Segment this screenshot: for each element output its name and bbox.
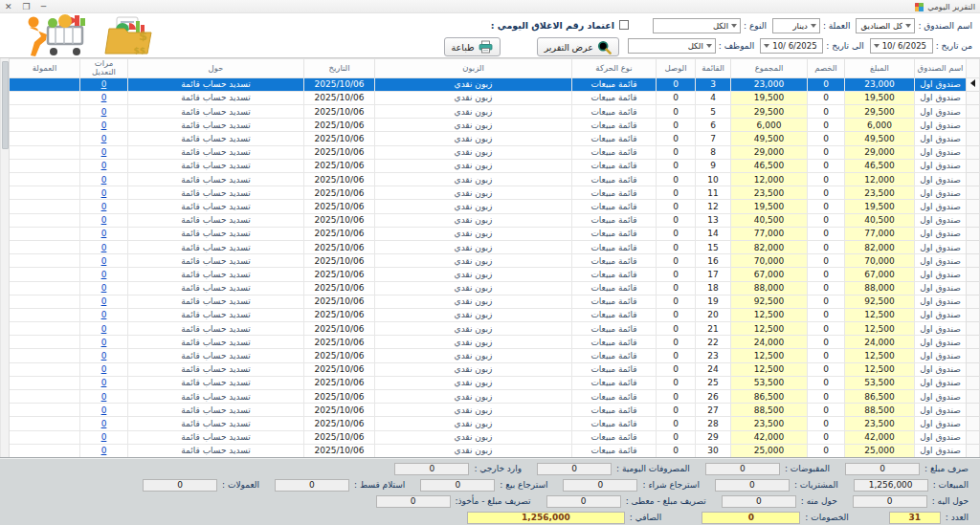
receipt-cell[interactable]: 0 [657, 200, 696, 213]
amount-cell[interactable]: 23,500 [845, 186, 915, 200]
receipt-cell[interactable]: 0 [657, 173, 696, 186]
fund-name-cell[interactable]: صندوق اول [915, 362, 967, 376]
list-no-cell[interactable]: 7 [696, 132, 731, 145]
column-header[interactable]: القائمة [696, 59, 731, 78]
commission-cell[interactable] [10, 91, 80, 104]
edit-count-link[interactable]: 0 [80, 77, 128, 91]
date-cell[interactable]: 2025/10/06 [304, 362, 375, 376]
receipt-cell[interactable]: 0 [657, 145, 696, 159]
row-indicator[interactable] [967, 77, 980, 91]
customer-cell[interactable]: زبون نقدي [375, 77, 572, 91]
list-no-cell[interactable]: 8 [696, 145, 731, 159]
total-cell[interactable]: 53,500 [731, 376, 808, 389]
discount-cell[interactable]: 0 [808, 105, 845, 119]
movement-type-cell[interactable]: قائمة مبيعات [572, 186, 657, 200]
restore-icon[interactable]: ❐ [23, 0, 31, 13]
commission-cell[interactable] [10, 308, 80, 321]
fund-name-cell[interactable]: صندوق اول [915, 91, 967, 104]
about-cell[interactable]: تسديد حساب قائمة [128, 254, 304, 268]
commission-cell[interactable] [10, 119, 80, 132]
commission-cell[interactable] [10, 417, 80, 430]
customer-cell[interactable]: زبون نقدي [375, 186, 572, 200]
commission-cell[interactable] [10, 281, 80, 295]
list-no-cell[interactable]: 18 [696, 281, 731, 295]
movement-type-cell[interactable]: قائمة مبيعات [572, 173, 657, 186]
fund-name-cell[interactable]: صندوق اول [915, 268, 967, 281]
list-no-cell[interactable]: 26 [696, 390, 731, 404]
commission-cell[interactable] [10, 430, 80, 444]
commission-cell[interactable] [10, 173, 80, 186]
edit-count-link[interactable]: 0 [80, 404, 128, 417]
row-indicator[interactable] [967, 132, 980, 145]
table-row[interactable]: صندوق اول40,500040,500130قائمة مبيعاتزبو… [10, 213, 980, 227]
date-cell[interactable]: 2025/10/06 [304, 105, 375, 119]
fund-name-cell[interactable]: صندوق اول [915, 322, 967, 336]
column-header[interactable]: العمولة [10, 59, 80, 78]
from-date-picker[interactable]: 10/ 6/2025 [870, 38, 933, 54]
fund-name-cell[interactable]: صندوق اول [915, 132, 967, 145]
receipt-cell[interactable]: 0 [657, 132, 696, 145]
footer-field-value[interactable]: 0 [715, 479, 790, 492]
about-cell[interactable]: تسديد حساب قائمة [128, 404, 304, 417]
table-row[interactable]: صندوق اول82,000082,000150قائمة مبيعاتزبو… [10, 240, 980, 253]
list-no-cell[interactable]: 9 [696, 159, 731, 172]
list-no-cell[interactable]: 14 [696, 227, 731, 240]
movement-type-cell[interactable]: قائمة مبيعات [572, 77, 657, 91]
fund-name-cell[interactable]: صندوق اول [915, 173, 967, 186]
total-cell[interactable]: 19,500 [731, 91, 808, 104]
amount-cell[interactable]: 23,500 [845, 417, 915, 430]
row-indicator[interactable] [967, 322, 980, 336]
about-cell[interactable]: تسديد حساب قائمة [128, 322, 304, 336]
list-no-cell[interactable]: 23 [696, 349, 731, 362]
discount-cell[interactable]: 0 [808, 336, 845, 349]
receipt-cell[interactable]: 0 [657, 308, 696, 321]
commission-cell[interactable] [10, 404, 80, 417]
commission-cell[interactable] [10, 227, 80, 240]
row-indicator[interactable] [967, 417, 980, 430]
total-cell[interactable]: 40,500 [731, 213, 808, 227]
edit-count-link[interactable]: 0 [80, 119, 128, 132]
commission-cell[interactable] [10, 77, 80, 91]
discount-cell[interactable]: 0 [808, 349, 845, 362]
list-no-cell[interactable]: 16 [696, 254, 731, 268]
receipt-cell[interactable]: 0 [657, 77, 696, 91]
row-indicator[interactable] [967, 105, 980, 119]
fund-name-cell[interactable]: صندوق اول [915, 119, 967, 132]
total-cell[interactable]: 70,000 [731, 254, 808, 268]
movement-type-cell[interactable]: قائمة مبيعات [572, 390, 657, 404]
table-row[interactable]: صندوق اول49,500049,50070قائمة مبيعاتزبون… [10, 132, 980, 145]
commission-cell[interactable] [10, 159, 80, 172]
discount-cell[interactable]: 0 [808, 376, 845, 389]
discount-cell[interactable]: 0 [808, 362, 845, 376]
table-row[interactable]: صندوق اول23,500023,500280قائمة مبيعاتزبو… [10, 417, 980, 430]
close-icon[interactable]: ✕ [5, 0, 12, 13]
fund-name-cell[interactable]: صندوق اول [915, 186, 967, 200]
discount-cell[interactable]: 0 [808, 444, 845, 457]
movement-type-cell[interactable]: قائمة مبيعات [572, 105, 657, 119]
customer-cell[interactable]: زبون نقدي [375, 444, 572, 457]
table-row[interactable]: صندوق اول67,000067,000170قائمة مبيعاتزبو… [10, 268, 980, 281]
customer-cell[interactable]: زبون نقدي [375, 268, 572, 281]
table-row[interactable]: صندوق اول19,500019,500120قائمة مبيعاتزبو… [10, 200, 980, 213]
row-indicator[interactable] [967, 444, 980, 457]
movement-type-cell[interactable]: قائمة مبيعات [572, 200, 657, 213]
movement-type-cell[interactable]: قائمة مبيعات [572, 295, 657, 308]
customer-cell[interactable]: زبون نقدي [375, 308, 572, 321]
row-indicator[interactable] [967, 281, 980, 295]
edit-count-link[interactable]: 0 [80, 362, 128, 376]
row-indicator[interactable] [967, 362, 980, 376]
commission-cell[interactable] [10, 254, 80, 268]
list-no-cell[interactable]: 19 [696, 295, 731, 308]
edit-count-link[interactable]: 0 [80, 186, 128, 200]
amount-cell[interactable]: 53,500 [845, 376, 915, 389]
movement-type-cell[interactable]: قائمة مبيعات [572, 119, 657, 132]
discount-cell[interactable]: 0 [808, 430, 845, 444]
edit-count-link[interactable]: 0 [80, 295, 128, 308]
total-cell[interactable]: 77,000 [731, 227, 808, 240]
amount-cell[interactable]: 88,000 [845, 281, 915, 295]
row-indicator[interactable] [967, 213, 980, 227]
customer-cell[interactable]: زبون نقدي [375, 105, 572, 119]
table-row[interactable]: صندوق اول23,500023,500110قائمة مبيعاتزبو… [10, 186, 980, 200]
date-cell[interactable]: 2025/10/06 [304, 295, 375, 308]
discount-cell[interactable]: 0 [808, 91, 845, 104]
